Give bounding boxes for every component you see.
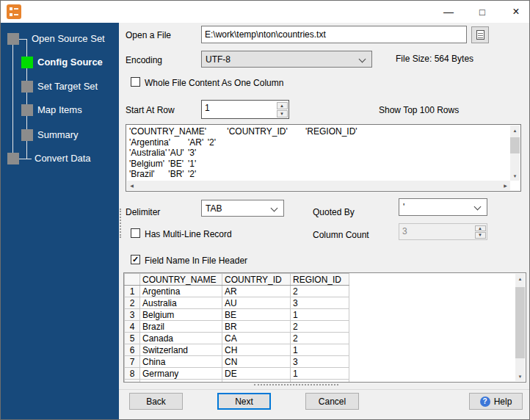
country-id-cell: AR <box>222 286 291 297</box>
scroll-right-icon[interactable]: ▶ <box>501 181 510 190</box>
row-number-cell: 5 <box>125 333 140 344</box>
scroll-up-icon[interactable]: ▲ <box>515 274 525 283</box>
check-icon: ✓ <box>132 255 139 264</box>
country-id-cell: CN <box>222 356 291 368</box>
raw-preview-content: 'COUNTRY_NAME' 'COUNTRY_ID' 'REGION_ID' … <box>126 125 510 181</box>
step-square-map-items[interactable] <box>21 104 33 116</box>
sidebar-item-set-target-set[interactable]: Set Target Set <box>37 81 98 93</box>
preview-line: 'Argentina' 'AR' '2' <box>129 137 510 148</box>
raw-file-preview[interactable]: 'COUNTRY_NAME' 'COUNTRY_ID' 'REGION_ID' … <box>126 124 521 192</box>
whole-file-checkbox[interactable] <box>131 77 140 87</box>
encoding-select[interactable]: UTF-8 <box>201 51 372 68</box>
step-square-open-source-set[interactable] <box>7 33 19 45</box>
field-header-checkbox[interactable]: ✓ <box>131 255 140 264</box>
tree-line <box>19 159 32 159</box>
step-square-config-source[interactable] <box>21 57 33 68</box>
column-header-rownum <box>125 274 140 286</box>
tree-line <box>19 39 27 40</box>
column-header-country-id: COUNTRY_ID <box>222 274 291 286</box>
browse-file-button[interactable] <box>471 26 489 43</box>
sidebar-item-map-items[interactable]: Map Items <box>37 104 82 116</box>
scroll-up-icon[interactable]: ▲ <box>510 126 520 135</box>
file-icon <box>476 30 484 40</box>
multiline-label[interactable]: Has Multi-Line Record <box>145 229 232 239</box>
row-number-cell: 1 <box>125 286 140 297</box>
start-row-stepper[interactable]: 1 ▲ ▼ <box>201 100 289 119</box>
delimiter-value: TAB <box>206 203 222 214</box>
country-name-cell: Australia <box>140 297 222 309</box>
spin-up-icon[interactable]: ▲ <box>277 102 288 109</box>
step-square-summary[interactable] <box>21 129 33 141</box>
scroll-left-icon[interactable]: ◀ <box>127 181 137 190</box>
sidebar-splitter[interactable] <box>120 209 122 238</box>
cancel-button[interactable]: Cancel <box>305 393 359 410</box>
row-number-cell: 9 <box>125 380 140 383</box>
back-button[interactable]: Back <box>129 393 183 410</box>
scroll-down-icon[interactable]: ▼ <box>510 171 520 181</box>
table-row: 4 Brazil BR 2 <box>125 321 349 333</box>
spin-down-icon[interactable]: ▼ <box>277 110 288 117</box>
table-row: 3 Belgium BE 1 <box>125 309 349 321</box>
scrollbar-thumb[interactable] <box>510 137 520 153</box>
spin-down-icon: ▼ <box>475 232 486 239</box>
next-button[interactable]: Next <box>217 393 271 410</box>
quoted-by-select[interactable]: ' <box>399 198 487 216</box>
region-id-cell: 3 <box>291 356 349 368</box>
show-top-rows-text: Show Top 100 Rows <box>379 105 459 115</box>
country-name-cell: Switzerland <box>140 344 222 356</box>
country-id-cell: AU <box>222 297 291 309</box>
multiline-checkbox[interactable] <box>131 228 140 238</box>
file-path-input[interactable] <box>201 26 467 43</box>
row-number-cell: 7 <box>125 356 140 368</box>
open-file-label: Open a File <box>126 30 171 40</box>
field-header-label[interactable]: Field Name In File Header <box>145 256 247 266</box>
country-name-cell: Argentina <box>140 286 222 297</box>
parsed-data-grid: COUNTRY_NAME COUNTRY_ID REGION_ID 1 Arge… <box>123 272 526 383</box>
sidebar-item-summary[interactable]: Summary <box>37 129 79 141</box>
spin-up-icon: ▲ <box>475 225 486 232</box>
close-icon[interactable]: × <box>501 1 530 23</box>
column-header-region-id: REGION_ID <box>291 274 349 286</box>
app-icon[interactable] <box>7 4 21 19</box>
minimize-icon[interactable]: — <box>434 1 463 23</box>
encoding-label: Encoding <box>126 55 162 65</box>
country-name-cell: Canada <box>140 333 222 344</box>
data-table: COUNTRY_NAME COUNTRY_ID REGION_ID 1 Arge… <box>124 273 349 382</box>
table-row: 2 Australia AU 3 <box>125 297 349 309</box>
preview-line: 'Brazil' 'BR' '2' <box>129 169 510 180</box>
step-square-convert-data[interactable] <box>7 153 19 164</box>
chevron-down-icon <box>271 205 278 212</box>
help-button-label: Help <box>494 397 512 407</box>
sidebar-item-convert-data[interactable]: Convert Data <box>35 153 91 164</box>
encoding-value: UTF-8 <box>206 54 230 65</box>
region-id-cell: 1 <box>291 368 349 380</box>
scroll-down-icon[interactable]: ▼ <box>515 372 525 381</box>
column-header-country-name: COUNTRY_NAME <box>140 274 222 286</box>
quoted-by-value: ' <box>403 202 404 212</box>
sidebar-item-open-source-set[interactable]: Open Source Set <box>32 33 105 45</box>
country-name-cell: Belgium <box>140 309 222 321</box>
preview-line: 'COUNTRY_NAME' 'COUNTRY_ID' 'REGION_ID' <box>129 126 510 137</box>
table-header-row: COUNTRY_NAME COUNTRY_ID REGION_ID <box>125 274 349 286</box>
sidebar-item-config-source[interactable]: Config Source <box>37 57 103 68</box>
region-id-cell: 3 <box>291 297 349 309</box>
scrollbar-thumb[interactable] <box>515 287 525 358</box>
help-button[interactable]: ? Help <box>469 393 523 410</box>
row-number-cell: 2 <box>125 297 140 309</box>
preview-horizontal-scrollbar[interactable]: ◀ ▶ <box>127 181 510 190</box>
whole-file-label[interactable]: Whole File Content As One Column <box>145 78 283 88</box>
delimiter-label: Delimiter <box>126 207 160 217</box>
preview-vertical-scrollbar[interactable]: ▲ ▼ <box>510 126 520 181</box>
panel-splitter[interactable] <box>254 384 338 386</box>
chevron-down-icon <box>359 56 366 63</box>
delimiter-select[interactable]: TAB <box>201 200 284 217</box>
column-count-label: Column Count <box>313 230 369 240</box>
maximize-icon[interactable]: □ <box>468 1 497 23</box>
grid-vertical-scrollbar[interactable]: ▲ ▼ <box>515 274 525 381</box>
divider <box>119 389 530 390</box>
wizard-window: — □ × Open Source Set Config Source Set … <box>0 0 530 420</box>
table-row: 5 Canada CA 2 <box>125 333 349 344</box>
country-id-cell: DE <box>222 368 291 380</box>
step-square-set-target-set[interactable] <box>21 81 33 93</box>
country-name-cell: Germany <box>140 368 222 380</box>
